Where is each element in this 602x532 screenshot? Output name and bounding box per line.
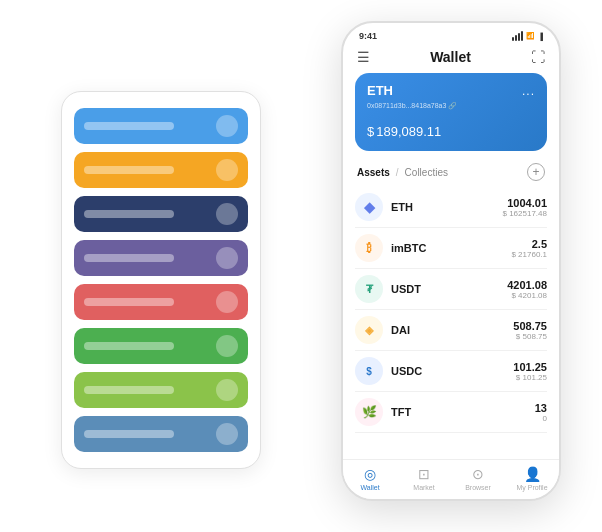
usdc-amount: 101.25: [513, 361, 547, 373]
assets-header: Assets / Collecties +: [343, 159, 559, 187]
stack-row-0: [74, 108, 248, 144]
add-asset-button[interactable]: +: [527, 163, 545, 181]
expand-icon[interactable]: ⛶: [531, 49, 545, 65]
imbtc-token-name: imBTC: [391, 242, 426, 254]
balance-symbol: $: [367, 124, 374, 139]
asset-item-imbtc[interactable]: ₿ imBTC 2.5 $ 21760.1: [355, 228, 547, 269]
eth-token-name: ETH: [391, 201, 413, 213]
imbtc-token-icon: ₿: [355, 234, 383, 262]
asset-right-usdt: 4201.08 $ 4201.08: [507, 279, 547, 300]
wallet-tab-label: Wallet: [360, 484, 379, 491]
tab-assets[interactable]: Assets: [357, 167, 390, 178]
stack-row-1: [74, 152, 248, 188]
asset-left-usdt: ₮ USDT: [355, 275, 421, 303]
usdt-amount: 4201.08: [507, 279, 547, 291]
asset-right-tft: 13 0: [535, 402, 547, 423]
browser-tab-icon: ⊙: [472, 466, 484, 482]
tft-token-icon: 🌿: [355, 398, 383, 426]
asset-item-usdt[interactable]: ₮ USDT 4201.08 $ 4201.08: [355, 269, 547, 310]
tab-profile[interactable]: 👤 My Profile: [505, 466, 559, 491]
stack-row-3: [74, 240, 248, 276]
stack-row-7: [74, 416, 248, 452]
dai-amount: 508.75: [513, 320, 547, 332]
status-time: 9:41: [359, 31, 377, 41]
asset-left-dai: ◈ DAI: [355, 316, 410, 344]
stack-row-5: [74, 328, 248, 364]
eth-card[interactable]: ETH ... 0x08711d3b...8418a78a3 🔗 $189,08…: [355, 73, 547, 151]
asset-right-eth: 1004.01 $ 162517.48: [503, 197, 548, 218]
asset-list: ◆ ETH 1004.01 $ 162517.48 ₿ imBTC 2.5 $ …: [343, 187, 559, 459]
usdt-usd: $ 4201.08: [507, 291, 547, 300]
wallet-tab-icon: ◎: [364, 466, 376, 482]
asset-left-tft: 🌿 TFT: [355, 398, 411, 426]
tab-bar: ◎ Wallet ⊡ Market ⊙ Browser 👤 My Profile: [343, 459, 559, 499]
asset-right-imbtc: 2.5 $ 21760.1: [511, 238, 547, 259]
balance-amount: 189,089.11: [376, 124, 441, 139]
eth-usd: $ 162517.48: [503, 209, 548, 218]
asset-left-usdc: $ USDC: [355, 357, 422, 385]
tft-token-name: TFT: [391, 406, 411, 418]
profile-tab-label: My Profile: [516, 484, 547, 491]
phone: 9:41 📶 ▐ ☰ Wallet ⛶ ETH ...: [341, 21, 561, 501]
tft-usd: 0: [535, 414, 547, 423]
tab-browser[interactable]: ⊙ Browser: [451, 466, 505, 491]
hamburger-icon[interactable]: ☰: [357, 49, 370, 65]
stack-row-4: [74, 284, 248, 320]
eth-card-name: ETH: [367, 83, 393, 98]
asset-item-eth[interactable]: ◆ ETH 1004.01 $ 162517.48: [355, 187, 547, 228]
asset-right-dai: 508.75 $ 508.75: [513, 320, 547, 341]
profile-tab-icon: 👤: [524, 466, 541, 482]
app-header: ☰ Wallet ⛶: [343, 45, 559, 73]
signal-icon: [512, 31, 523, 41]
usdc-usd: $ 101.25: [513, 373, 547, 382]
browser-tab-label: Browser: [465, 484, 491, 491]
scene: 9:41 📶 ▐ ☰ Wallet ⛶ ETH ...: [11, 11, 591, 521]
tab-separator: /: [396, 167, 399, 178]
dai-token-icon: ◈: [355, 316, 383, 344]
asset-left-eth: ◆ ETH: [355, 193, 413, 221]
market-tab-icon: ⊡: [418, 466, 430, 482]
tab-wallet[interactable]: ◎ Wallet: [343, 466, 397, 491]
usdt-token-icon: ₮: [355, 275, 383, 303]
usdc-token-icon: $: [355, 357, 383, 385]
stack-row-6: [74, 372, 248, 408]
tab-collectibles[interactable]: Collecties: [405, 167, 448, 178]
battery-icon: ▐: [538, 33, 543, 40]
asset-item-dai[interactable]: ◈ DAI 508.75 $ 508.75: [355, 310, 547, 351]
tft-amount: 13: [535, 402, 547, 414]
status-bar: 9:41 📶 ▐: [343, 23, 559, 45]
asset-right-usdc: 101.25 $ 101.25: [513, 361, 547, 382]
eth-card-menu[interactable]: ...: [522, 84, 535, 98]
dai-token-name: DAI: [391, 324, 410, 336]
wifi-icon: 📶: [526, 32, 535, 40]
market-tab-label: Market: [413, 484, 434, 491]
dai-usd: $ 508.75: [513, 332, 547, 341]
asset-item-tft[interactable]: 🌿 TFT 13 0: [355, 392, 547, 433]
asset-item-usdc[interactable]: $ USDC 101.25 $ 101.25: [355, 351, 547, 392]
usdc-token-name: USDC: [391, 365, 422, 377]
eth-card-balance: $189,089.11: [367, 118, 535, 141]
page-title: Wallet: [430, 49, 471, 65]
eth-amount: 1004.01: [503, 197, 548, 209]
card-stack: [61, 91, 261, 469]
asset-left-imbtc: ₿ imBTC: [355, 234, 426, 262]
stack-row-2: [74, 196, 248, 232]
eth-card-address: 0x08711d3b...8418a78a3 🔗: [367, 102, 535, 110]
assets-tabs: Assets / Collecties: [357, 167, 448, 178]
tab-market[interactable]: ⊡ Market: [397, 466, 451, 491]
imbtc-amount: 2.5: [511, 238, 547, 250]
imbtc-usd: $ 21760.1: [511, 250, 547, 259]
status-icons: 📶 ▐: [512, 31, 543, 41]
usdt-token-name: USDT: [391, 283, 421, 295]
eth-token-icon: ◆: [355, 193, 383, 221]
